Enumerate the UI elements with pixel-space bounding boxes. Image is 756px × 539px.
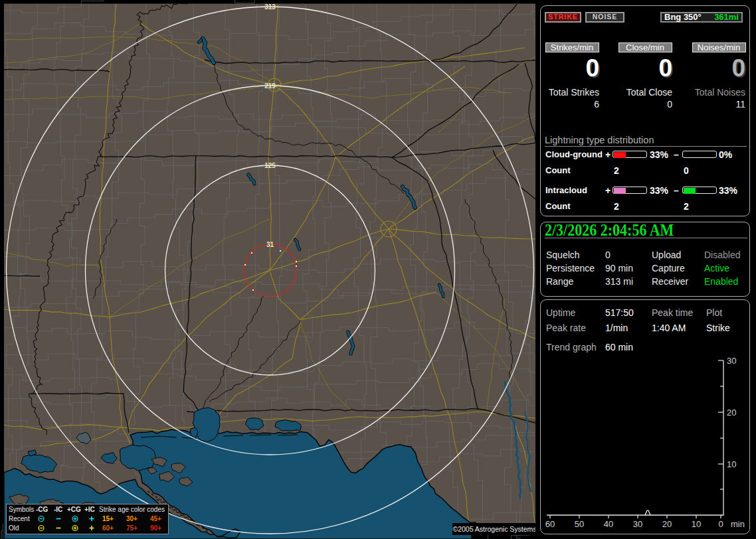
svg-text:40: 40 <box>604 519 613 529</box>
svg-text:-IC: -IC <box>54 506 62 513</box>
svg-text:-CG: -CG <box>36 506 48 513</box>
svg-text:50: 50 <box>575 519 584 529</box>
svg-text:10: 10 <box>692 519 701 529</box>
svg-text:Strike age color codes: Strike age color codes <box>99 506 165 513</box>
svg-text:Symbols: Symbols <box>9 506 34 513</box>
svg-text:125: 125 <box>264 162 276 169</box>
svg-text:20: 20 <box>727 408 736 418</box>
svg-text:75+: 75+ <box>126 524 138 532</box>
svg-text:30: 30 <box>727 356 736 366</box>
svg-text:45+: 45+ <box>150 515 161 522</box>
svg-text:0: 0 <box>718 519 723 529</box>
svg-text:31: 31 <box>266 241 274 248</box>
svg-text:60: 60 <box>545 519 555 529</box>
svg-text:60+: 60+ <box>102 524 114 532</box>
svg-text:15+: 15+ <box>102 515 114 522</box>
svg-text:219: 219 <box>264 82 276 90</box>
svg-text:313: 313 <box>264 3 276 11</box>
svg-text:Old: Old <box>9 524 19 532</box>
svg-text:Recent: Recent <box>9 515 30 522</box>
svg-text:+CG: +CG <box>67 506 81 513</box>
svg-text:30+: 30+ <box>126 515 138 522</box>
svg-text:+IC: +IC <box>84 506 95 513</box>
svg-text:min: min <box>731 519 745 529</box>
svg-text:10: 10 <box>727 459 736 469</box>
svg-text:20: 20 <box>662 519 672 529</box>
svg-text:30: 30 <box>633 519 642 529</box>
svg-text:90+: 90+ <box>150 524 161 532</box>
